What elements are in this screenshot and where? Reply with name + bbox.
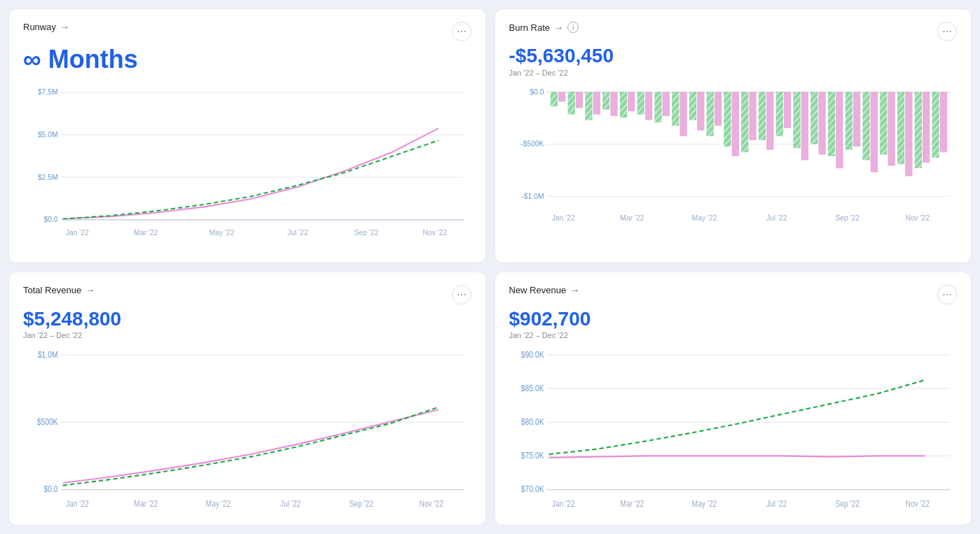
svg-rect-26: [714, 92, 721, 125]
runway-x1: Jan '22: [66, 227, 89, 237]
burn-rate-value: -$5,630,450: [509, 45, 958, 67]
svg-rect-34: [783, 92, 790, 128]
burn-y1: $0.0: [530, 87, 544, 96]
nrev-y1: $90.0K: [520, 350, 544, 359]
new-revenue-title-row: New Revenue →: [509, 285, 580, 295]
svg-rect-18: [644, 92, 651, 120]
svg-rect-41: [845, 92, 852, 150]
burn-x4: Jul '22: [766, 213, 786, 222]
rev-y1: $1.0M: [38, 350, 58, 359]
total-revenue-value: $5,248,800: [23, 309, 471, 330]
svg-rect-37: [810, 92, 817, 144]
runway-more-button[interactable]: ⋯: [452, 22, 471, 41]
svg-rect-25: [706, 92, 713, 136]
svg-rect-51: [932, 92, 939, 157]
svg-rect-24: [697, 92, 704, 130]
svg-rect-27: [724, 92, 731, 146]
nrev-x1: Jan '22: [551, 499, 574, 508]
runway-y1: $7.5M: [38, 87, 58, 96]
svg-rect-49: [914, 92, 921, 168]
burn-x2: Mar '22: [620, 213, 644, 222]
burn-rate-more-button[interactable]: ⋯: [937, 22, 957, 41]
runway-y2: $5.0M: [38, 129, 58, 139]
svg-rect-15: [619, 92, 626, 118]
rev-y2: $500K: [37, 417, 58, 426]
runway-chart: $7.5M $5.0M $2.5M $0.0 Jan '22 Mar '22 M…: [23, 76, 471, 253]
burn-rate-subtitle: Jan '22 – Dec '22: [509, 69, 958, 77]
rev-x3: May '22: [206, 499, 231, 508]
nrev-green-line: [548, 380, 924, 454]
burn-x6: Nov '22: [905, 213, 930, 222]
nrev-y5: $70.0K: [520, 485, 544, 494]
runway-svg: $7.5M $5.0M $2.5M $0.0 Jan '22 Mar '22 M…: [23, 76, 471, 253]
burn-rate-info-icon[interactable]: i: [567, 22, 579, 33]
total-revenue-chart: $1.0M $500K $0.0 Jan '22 Mar '22 May '22…: [23, 346, 471, 515]
svg-rect-33: [775, 92, 782, 136]
rev-x2: Mar '22: [134, 499, 158, 508]
svg-rect-42: [853, 92, 860, 146]
rev-x6: Nov '22: [419, 499, 443, 508]
svg-rect-39: [827, 92, 834, 156]
runway-card: Runway → ⋯ ∞ Months $7.5M $5.0M $2.5M $0…: [8, 8, 486, 263]
nrev-x5: Sep '22: [835, 499, 860, 508]
svg-rect-19: [654, 92, 661, 122]
svg-rect-12: [593, 92, 600, 114]
total-revenue-title: Total Revenue: [23, 285, 81, 295]
new-revenue-card: New Revenue → ⋯ $902,700 Jan '22 – Dec '…: [495, 272, 972, 526]
nrev-pink-line: [548, 456, 924, 458]
runway-x4: Jul '22: [287, 227, 308, 237]
svg-rect-44: [870, 92, 877, 172]
runway-arrow-icon[interactable]: →: [60, 22, 69, 32]
burn-x5: Sep '22: [835, 213, 860, 222]
total-revenue-subtitle: Jan '22 – Dec '22: [23, 331, 471, 339]
burn-rate-arrow-icon[interactable]: →: [554, 22, 563, 33]
runway-pink-line: [63, 128, 439, 218]
burn-x3: May '22: [691, 213, 717, 222]
svg-rect-35: [793, 92, 800, 148]
new-revenue-title: New Revenue: [509, 285, 567, 295]
svg-rect-28: [731, 92, 738, 156]
runway-x3: May '22: [209, 227, 235, 237]
burn-y2: -$500K: [520, 139, 544, 148]
burn-bar-jan-green: [550, 92, 557, 106]
rev-x4: Jul '22: [280, 499, 301, 508]
svg-rect-22: [679, 92, 686, 136]
nrev-x6: Nov '22: [905, 499, 930, 508]
burn-bar-jan-pink: [558, 92, 565, 101]
svg-rect-17: [637, 92, 644, 114]
burn-rate-title-row: Burn Rate → i: [509, 22, 579, 33]
total-revenue-arrow-icon[interactable]: →: [85, 285, 95, 295]
rev-x1: Jan '22: [66, 499, 89, 508]
svg-rect-30: [749, 92, 756, 140]
runway-y3: $2.5M: [38, 172, 58, 181]
runway-header: Runway → ⋯: [23, 22, 471, 41]
infinity-symbol: ∞: [23, 45, 41, 73]
runway-value: ∞ Months: [23, 45, 471, 73]
svg-rect-43: [862, 92, 869, 160]
nrev-y2: $85.0K: [520, 384, 544, 393]
svg-rect-21: [672, 92, 679, 125]
runway-months-label: Months: [48, 45, 138, 73]
total-revenue-card: Total Revenue → ⋯ $5,248,800 Jan '22 – D…: [8, 272, 486, 526]
burn-rate-chart: $0.0 -$500K -$1.0M Jan '22 Mar '22 May '…: [509, 84, 958, 253]
runway-title-row: Runway →: [23, 22, 69, 32]
new-revenue-arrow-icon[interactable]: →: [570, 285, 579, 295]
burn-y3: -$1.0M: [521, 191, 544, 200]
nrev-y4: $75.0K: [520, 451, 544, 461]
svg-rect-52: [939, 92, 946, 152]
burn-x1: Jan '22: [551, 213, 574, 222]
total-revenue-more-button[interactable]: ⋯: [452, 285, 471, 304]
burn-rate-title: Burn Rate: [509, 22, 551, 33]
svg-rect-16: [628, 92, 635, 111]
rev-y3: $0.0: [43, 485, 57, 494]
runway-x5: Sep '22: [354, 227, 379, 237]
svg-rect-40: [836, 92, 843, 168]
nrev-x2: Mar '22: [620, 499, 644, 508]
new-revenue-more-button[interactable]: ⋯: [937, 285, 957, 304]
runway-x2: Mar '22: [134, 227, 158, 237]
svg-rect-38: [818, 92, 825, 154]
svg-rect-48: [905, 92, 912, 176]
svg-rect-46: [888, 92, 895, 165]
nrev-x4: Jul '22: [766, 499, 786, 508]
runway-y4: $0.0: [43, 214, 57, 223]
